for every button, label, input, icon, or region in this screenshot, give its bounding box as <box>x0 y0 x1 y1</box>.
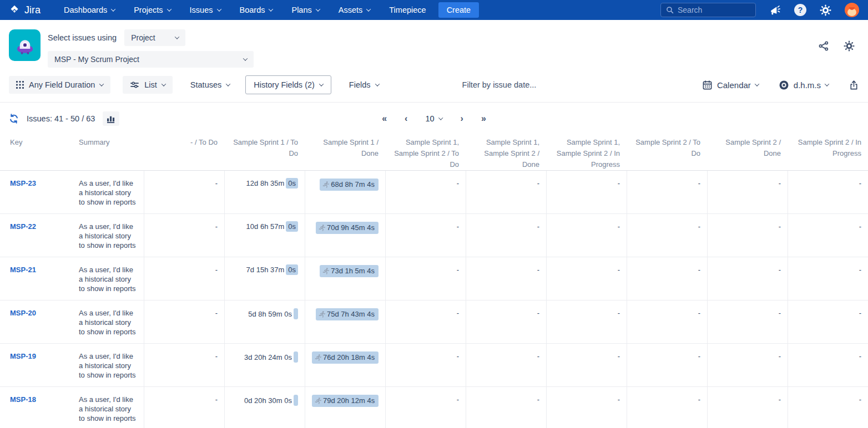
issue-key-cell: MSP-22 <box>0 214 72 257</box>
nav-item-assets[interactable]: Assets <box>339 6 371 14</box>
fields-dropdown[interactable]: Fields <box>349 80 379 89</box>
calendar-icon <box>702 80 713 90</box>
share-button[interactable] <box>818 40 829 52</box>
help-button[interactable]: ? <box>794 4 806 16</box>
history-fields-dropdown[interactable]: History Fields (2) <box>245 75 331 94</box>
page-size-dropdown[interactable]: 10 <box>425 114 442 123</box>
duration-value: - <box>859 179 861 187</box>
issue-key-cell: MSP-23 <box>0 171 72 213</box>
time-format-dropdown[interactable]: d.h.m.s <box>779 80 829 90</box>
empty-duration-cell: - <box>788 257 868 300</box>
chevron-down-icon <box>216 7 221 11</box>
issue-key-link[interactable]: MSP-21 <box>10 266 36 274</box>
statuses-dropdown[interactable]: Statuses <box>190 80 230 89</box>
settings-button[interactable] <box>820 4 831 16</box>
first-page-button[interactable]: « <box>382 114 387 123</box>
duration-cell: 7d 15h 37m0s <box>224 257 305 300</box>
issue-key-link[interactable]: MSP-19 <box>10 352 36 360</box>
duration-value: - <box>779 352 781 360</box>
announcements-button[interactable] <box>769 4 781 16</box>
duration-cell: 3d 20h 24m 0s <box>224 344 305 386</box>
empty-duration-cell: - <box>385 300 466 343</box>
running-duration-cell: 70d 9h 45m 4s <box>305 214 385 257</box>
nav-item-timepiece[interactable]: Timepiece <box>389 6 426 14</box>
empty-duration-cell: - <box>144 344 224 386</box>
duration-value: 0d 20h 30m 0s <box>244 396 292 405</box>
issue-source-mode-dropdown[interactable]: Project <box>124 29 185 46</box>
chevron-down-icon <box>243 56 248 60</box>
chart-view-button[interactable] <box>103 111 119 126</box>
refresh-button[interactable] <box>9 114 19 124</box>
issue-key-link[interactable]: MSP-20 <box>10 309 36 317</box>
empty-duration-cell: - <box>546 387 627 428</box>
issue-key-link[interactable]: MSP-23 <box>10 179 36 187</box>
report-toolbar: Any Field Duration List Statuses History… <box>0 73 868 103</box>
duration-value: - <box>779 222 781 231</box>
search-input[interactable] <box>678 6 750 14</box>
nav-item-boards[interactable]: Boards <box>240 6 273 14</box>
pagination: « ‹ 10 › » <box>382 114 486 123</box>
duration-value: - <box>537 352 539 360</box>
nav-item-plans[interactable]: Plans <box>291 6 319 14</box>
duration-value: 3d 20h 24m 0s <box>244 353 292 361</box>
empty-duration-cell: - <box>788 171 868 213</box>
nav-item-issues[interactable]: Issues <box>190 6 221 14</box>
report-type-dropdown[interactable]: Any Field Duration <box>9 76 110 94</box>
column-header[interactable]: Sample Sprint 2 / In Progress <box>788 137 868 159</box>
column-header[interactable]: - / To Do <box>144 137 224 148</box>
empty-duration-cell: - <box>707 344 788 386</box>
empty-duration-cell: - <box>144 171 224 213</box>
duration-value: - <box>859 266 861 274</box>
jira-logo[interactable]: Jira <box>9 4 41 16</box>
last-page-button[interactable]: » <box>481 114 486 123</box>
nav-item-dashboards[interactable]: Dashboards <box>64 6 115 14</box>
duration-value: - <box>537 395 539 404</box>
issue-key-link[interactable]: MSP-18 <box>10 395 36 404</box>
duration-value: - <box>618 352 620 360</box>
main-menu: Dashboards Projects Issues Boards Plans … <box>64 6 426 14</box>
issue-key-cell: MSP-21 <box>0 257 72 300</box>
table-body: MSP-23As a user, I'd like a historical s… <box>0 171 868 428</box>
empty-duration-cell: - <box>466 171 546 213</box>
jira-logo-icon <box>9 4 21 16</box>
nav-item-projects[interactable]: Projects <box>134 6 170 14</box>
column-header[interactable]: Sample Sprint 2 / Done <box>707 137 788 159</box>
empty-duration-cell: - <box>627 171 707 213</box>
refresh-icon <box>9 114 19 124</box>
table-row: MSP-20As a user, I'd like a historical s… <box>0 300 868 344</box>
empty-duration-cell: - <box>144 300 224 343</box>
issue-key-link[interactable]: MSP-22 <box>10 222 36 231</box>
duration-value: - <box>537 179 539 187</box>
project-dropdown[interactable]: MSP - My Scrum Project <box>48 51 254 68</box>
global-search[interactable] <box>660 3 756 17</box>
column-header[interactable]: Sample Sprint 1 / To Do <box>224 137 305 159</box>
column-header[interactable]: Sample Sprint 2 / To Do <box>627 137 707 159</box>
column-header[interactable]: Sample Sprint 1, Sample Sprint 2 / In Pr… <box>546 137 627 170</box>
issue-source-selectors: Select issues using Project MSP - My Scr… <box>48 29 254 68</box>
duration-value: - <box>698 395 700 404</box>
issue-date-filter[interactable]: Filter by issue date... <box>462 80 537 89</box>
calendar-dropdown[interactable]: Calendar <box>702 80 759 90</box>
profile-button[interactable] <box>845 3 859 17</box>
empty-duration-cell: - <box>144 387 224 428</box>
previous-page-button[interactable]: ‹ <box>405 114 407 123</box>
empty-duration-cell: - <box>466 257 546 300</box>
gear-icon <box>844 40 855 52</box>
donut-icon <box>779 80 789 90</box>
table-row: MSP-19As a user, I'd like a historical s… <box>0 344 868 387</box>
next-page-button[interactable]: › <box>461 114 463 123</box>
create-button[interactable]: Create <box>438 2 480 18</box>
duration-value: - <box>215 222 218 231</box>
column-header[interactable]: Sample Sprint 1, Sample Sprint 2 / To Do <box>385 137 466 170</box>
column-header[interactable]: Sample Sprint 1 / Done <box>305 137 385 159</box>
column-header[interactable]: Summary <box>72 137 144 148</box>
user-avatar <box>845 3 859 17</box>
report-settings-button[interactable] <box>844 40 855 52</box>
duration-value: - <box>698 309 700 317</box>
view-mode-dropdown[interactable]: List <box>123 76 173 94</box>
column-header[interactable]: Sample Sprint 1, Sample Sprint 2 / Done <box>466 137 546 170</box>
column-header[interactable]: Key <box>0 137 72 148</box>
duration-value: - <box>779 309 781 317</box>
chevron-down-icon <box>366 7 371 11</box>
export-button[interactable] <box>849 80 859 90</box>
